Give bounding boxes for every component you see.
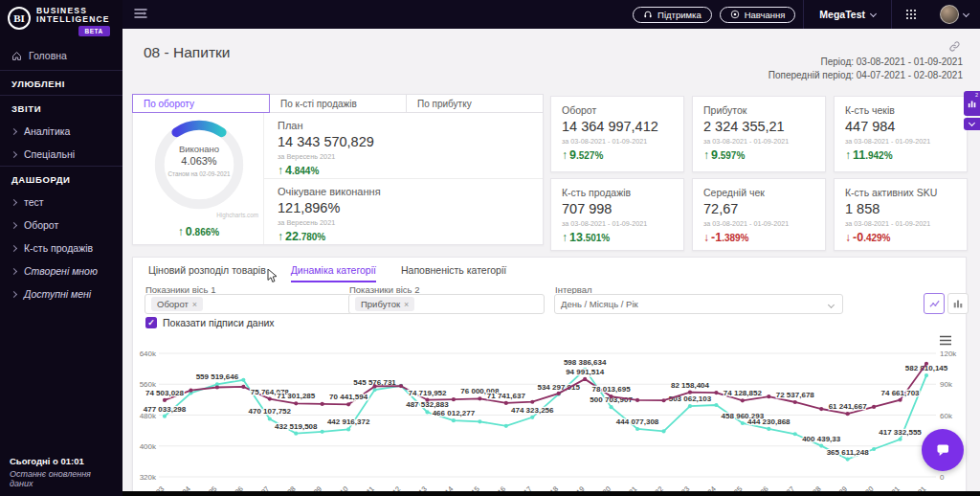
kpi-delta: ↓-1.389% (703, 231, 814, 244)
svg-text:444 077,308: 444 077,308 (616, 417, 659, 426)
sidebar-item-sales-count[interactable]: К-сть продажів (0, 237, 122, 259)
kpi-title: К-сть активних SKU (845, 187, 956, 198)
svg-text:534 297,915: 534 297,915 (537, 383, 580, 392)
expected-block: Очікуване виконання 121,896% за Вересень… (264, 178, 543, 243)
svg-text:82 158,404: 82 158,404 (671, 381, 710, 390)
remove-tag-icon[interactable]: × (404, 300, 409, 309)
category-dynamics-card: Ціновий розподіл товарів Динаміка катего… (132, 257, 967, 496)
show-data-labels-label: Показати підписи даних (163, 317, 275, 328)
apps-grid-icon[interactable] (892, 0, 930, 29)
donut-center-text: Виконано 4.063% Станом на 02-09-2021 (149, 144, 249, 179)
brand-line2: INTELLIGENCE (36, 15, 110, 24)
period-previous: Попередній період: 04-07-2021 - 02-08-20… (768, 69, 963, 82)
bottom-edge-bar (122, 491, 980, 496)
kpi-delta: ↑9.597% (703, 148, 814, 162)
main-content: 08 - Напитки Період: 03-08-2021 - 01-09-… (122, 29, 980, 496)
interval-select[interactable]: День / Місяць / Рік (554, 294, 843, 314)
tab-category-fullness[interactable]: Наповненість категорії (401, 264, 506, 282)
kpi-card-active-sku: К-сть активних SKU 1 858 за 03-08-2021 -… (834, 178, 968, 251)
show-data-labels-row: ✓ Показати підписи даних (145, 317, 275, 328)
dashboard-reports-button[interactable]: 2 (964, 91, 980, 116)
kpi-card-profit: Прибуток 2 324 355,21 за 03-08-2021 - 01… (692, 96, 826, 172)
collapse-sidebar-icon[interactable] (134, 6, 147, 23)
tab-by-profit[interactable]: По прибутку (406, 94, 544, 113)
svg-text:94 991,514: 94 991,514 (566, 368, 605, 376)
arrow-up-icon: ↑ (703, 148, 709, 162)
svg-text:78 013,695: 78 013,695 (592, 385, 632, 394)
chevron-down-icon (828, 302, 835, 308)
kpi-card-turnover: Оборот 14 364 997,412 за 03-08-2021 - 01… (550, 96, 684, 172)
sidebar-item-label: Аналітика (24, 125, 70, 137)
arrow-down-icon: ↓ (703, 231, 709, 244)
svg-text:60k: 60k (940, 412, 953, 420)
mouse-cursor (267, 269, 278, 287)
donut-value: 4.063% (149, 156, 249, 167)
expected-title: Очікуване виконання (278, 186, 543, 197)
sidebar: BI BUSINESS INTELLIGENCE BETA Головна УЛ… (0, 0, 122, 496)
interval-value: День / Місяць / Рік (561, 299, 638, 309)
user-avatar-menu[interactable] (930, 5, 980, 24)
sidebar-item-available-to-me[interactable]: Доступні мені (0, 282, 122, 305)
kpi-card-sales-count: К-сть продажів 707 998 за 03-08-2021 - 0… (550, 178, 684, 251)
tab-price-distribution[interactable]: Ціновий розподіл товарів (148, 264, 266, 282)
category-dynamics-line-chart[interactable]: 640k560k480k400k320k120k90k60k30k008-030… (133, 338, 966, 496)
chevron-right-icon (11, 150, 17, 157)
kpi-period: за 03-08-2021 - 01-09-2021 (703, 219, 814, 228)
highcharts-credit[interactable]: Highcharts.com (216, 212, 258, 218)
kpi-delta: ↑13.501% (562, 231, 673, 244)
bar-chart-view-button[interactable] (947, 293, 969, 314)
svg-text:598 386,634: 598 386,634 (564, 358, 607, 367)
plan-block: План 14 343 570,829 за Вересень 2021 ↑4.… (264, 113, 543, 178)
sidebar-section-reports: ЗВІТИ (0, 96, 122, 120)
arrow-up-icon: ↑ (278, 164, 283, 177)
sidebar-item-test[interactable]: тест (0, 191, 122, 214)
page-title: 08 - Напитки (144, 44, 230, 61)
chat-support-button[interactable] (922, 429, 964, 471)
tab-category-dynamics[interactable]: Динаміка категорії (291, 264, 376, 282)
sidebar-item-oborot[interactable]: Оборот (0, 214, 122, 237)
account-menu[interactable]: MegaTest (804, 9, 891, 20)
support-label: Підтримка (657, 10, 702, 20)
svg-text:432 519,508: 432 519,508 (275, 422, 318, 431)
kpi-value: 447 984 (845, 119, 956, 134)
sidebar-item-special[interactable]: Спеціальні (0, 143, 122, 166)
support-button[interactable]: Підтримка (633, 7, 712, 23)
show-data-labels-checkbox[interactable]: ✓ (145, 317, 157, 328)
chat-bubble-icon (932, 440, 953, 461)
sidebar-item-home[interactable]: Головна (0, 40, 122, 70)
kpi-period: за 03-08-2021 - 01-09-2021 (562, 219, 673, 228)
sidebar-item-analytics[interactable]: Аналітика (0, 120, 122, 143)
dashboard-actions-widget: 2 (964, 91, 980, 130)
kpi-period: за 03-08-2021 - 01-09-2021 (562, 137, 673, 146)
chevron-right-icon (11, 198, 17, 205)
tab-by-turnover[interactable]: По обороту (132, 94, 270, 113)
svg-text:61 241,667: 61 241,667 (829, 402, 868, 411)
plan-value: 14 343 570,829 (278, 134, 543, 149)
training-label: Навчання (745, 10, 786, 20)
tab-by-sales-count[interactable]: По к-сті продажів (269, 94, 407, 113)
svg-text:400 439,33: 400 439,33 (802, 435, 841, 443)
arrow-up-icon: ↑ (845, 148, 851, 162)
kpi-delta: ↑9.527% (562, 148, 673, 162)
bi-logo-icon: BI (8, 7, 31, 30)
chevron-right-icon (11, 221, 17, 228)
axis2-input[interactable]: Прибуток× (348, 294, 545, 314)
kpi-title: Оборот (562, 104, 673, 116)
expand-widget-button[interactable] (964, 118, 980, 130)
sidebar-item-label: К-сть продажів (24, 242, 93, 254)
svg-text:640k: 640k (140, 349, 157, 358)
last-update-note: Останнє оновлення даних (10, 469, 113, 488)
last-update-block: Сьогодні о 01:01 Останнє оновлення даних (0, 456, 122, 488)
arrow-up-icon: ↑ (178, 225, 184, 238)
svg-text:365 611,248: 365 611,248 (827, 448, 870, 457)
kpi-title: Прибуток (703, 104, 814, 116)
training-button[interactable]: Навчання (720, 7, 796, 23)
remove-tag-icon[interactable]: × (192, 300, 197, 309)
arrow-down-icon: ↓ (845, 231, 851, 244)
kpi-title: К-сть чеків (845, 104, 956, 116)
sidebar-item-created-by-me[interactable]: Створені мною (0, 259, 122, 282)
share-link-icon[interactable] (948, 39, 961, 56)
line-chart-view-button[interactable] (924, 293, 945, 314)
svg-text:470 107,752: 470 107,752 (249, 407, 292, 416)
section-tabs: Ціновий розподіл товарів Динаміка катего… (133, 258, 966, 282)
